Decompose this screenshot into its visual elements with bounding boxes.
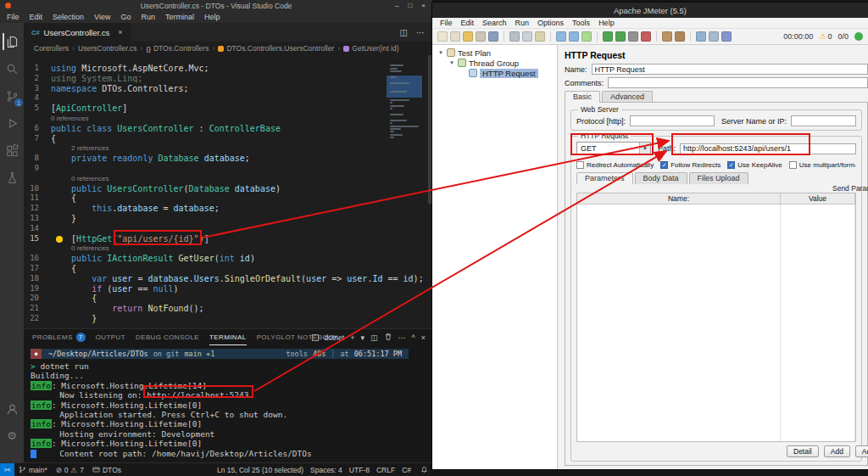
- clear-button[interactable]: [662, 31, 672, 42]
- search-icon[interactable]: [3, 60, 20, 77]
- settings-gear-icon[interactable]: ⚙: [3, 427, 20, 444]
- expand-all-button[interactable]: [556, 31, 566, 42]
- split-editor-icon[interactable]: ◫: [400, 28, 408, 37]
- breadcrumb-item[interactable]: UsersController.cs: [78, 44, 136, 53]
- panel-more-icon[interactable]: ⋯: [398, 333, 406, 342]
- more-actions-icon[interactable]: ⋯: [416, 28, 425, 37]
- paste-button[interactable]: [535, 31, 545, 42]
- kill-terminal-icon[interactable]: [384, 333, 392, 343]
- menu-item-edit[interactable]: Edit: [25, 13, 48, 21]
- jmeter-menu-item-file[interactable]: File: [436, 19, 457, 27]
- tab-files-upload[interactable]: Files Upload: [689, 172, 748, 184]
- param-value-column[interactable]: [781, 204, 855, 441]
- jmeter-menu-item-run[interactable]: Run: [511, 19, 534, 27]
- menu-item-selection[interactable]: Selection: [47, 13, 89, 21]
- close-file-button[interactable]: [476, 31, 486, 42]
- codelens-label[interactable]: 0 references: [51, 174, 108, 184]
- checkbox-use-keepalive[interactable]: ✓Use KeepAlive: [727, 161, 782, 169]
- status-utf-8[interactable]: UTF-8: [346, 466, 373, 474]
- checkbox-follow-redirects[interactable]: ✓Follow Redirects: [660, 161, 721, 169]
- terminal[interactable]: ◆ ~/Desktop/Articles/DTOs on git main +1…: [24, 345, 432, 462]
- account-icon[interactable]: [3, 400, 20, 417]
- jmeter-menu-item-edit[interactable]: Edit: [457, 19, 479, 27]
- run-debug-icon[interactable]: [3, 115, 20, 132]
- checkbox-redirect-automatically[interactable]: Redirect Automatically: [576, 161, 654, 169]
- codelens-label[interactable]: 0 references: [51, 114, 88, 124]
- jmeter-menu-item-search[interactable]: Search: [478, 19, 511, 27]
- open-file-button[interactable]: [463, 31, 473, 42]
- function-helper-button[interactable]: [721, 31, 732, 42]
- log-warnings-counter[interactable]: ⚠ 0: [819, 32, 832, 41]
- protocol-input[interactable]: [630, 115, 715, 126]
- split-terminal-icon[interactable]: ◫: [370, 333, 378, 342]
- tab-close-icon[interactable]: ×: [118, 28, 122, 36]
- shutdown-button[interactable]: [641, 31, 651, 42]
- checkbox-use-multipart-form-data[interactable]: Use multipart/form-data: [789, 161, 856, 169]
- folder-status[interactable]: DTOs: [88, 466, 125, 474]
- code-editor[interactable]: 1using Microsoft.AspNetCore.Mvc;2using S…: [24, 55, 432, 328]
- remote-indicator-icon[interactable]: ><: [0, 463, 14, 476]
- tab-parameters[interactable]: Parameters: [576, 172, 633, 184]
- minimize-icon[interactable]: –: [395, 2, 398, 9]
- codelens-label[interactable]: 2 references: [51, 143, 108, 154]
- menu-item-terminal[interactable]: Terminal: [160, 13, 199, 21]
- server-name-input[interactable]: [791, 115, 856, 126]
- terminal-dropdown-icon[interactable]: ▾: [360, 333, 364, 342]
- clear-all-button[interactable]: [675, 31, 685, 42]
- status-crlf[interactable]: CRLF: [373, 466, 398, 474]
- maximize-icon[interactable]: □: [408, 2, 412, 9]
- stop-button[interactable]: [628, 31, 638, 42]
- breadcrumb-item[interactable]: DTOs.Controllers: [153, 44, 209, 53]
- start-no-timers-button[interactable]: [615, 31, 626, 42]
- jmeter-menu-item-tools[interactable]: Tools: [568, 19, 594, 27]
- start-button[interactable]: [603, 31, 613, 42]
- tab-advanced[interactable]: Advanced: [602, 91, 653, 103]
- tree-expander-icon[interactable]: ▾: [437, 49, 444, 56]
- menu-item-file[interactable]: File: [2, 13, 25, 21]
- path-input[interactable]: [680, 143, 856, 154]
- tree-item-thread-group[interactable]: ▾Thread Group: [432, 58, 557, 68]
- search-reset-button[interactable]: [709, 31, 719, 42]
- save-button[interactable]: [488, 31, 498, 42]
- codelens-label[interactable]: 0 references: [51, 244, 108, 254]
- close-panel-icon[interactable]: ×: [421, 333, 426, 342]
- status-spaces[interactable]: Spaces: 4: [307, 466, 346, 474]
- param-name-column[interactable]: [577, 204, 781, 441]
- column-header-name-[interactable]: Name:: [577, 193, 781, 204]
- tree-item-test-plan[interactable]: ▾Test Plan: [432, 48, 557, 58]
- source-control-icon[interactable]: 1: [3, 87, 20, 104]
- method-select[interactable]: GET ▼: [576, 142, 651, 155]
- menu-item-go[interactable]: Go: [115, 13, 136, 21]
- menu-item-help[interactable]: Help: [199, 13, 225, 21]
- problems-status[interactable]: ⊘ 0 ⚠ 7: [52, 466, 88, 474]
- panel-tab-output[interactable]: OUTPUT: [96, 329, 125, 345]
- panel-tab-problems[interactable]: PROBLEMS7: [32, 329, 86, 345]
- column-header-value[interactable]: Value: [781, 193, 855, 204]
- breadcrumb-item[interactable]: DTOs.Controllers.UsersController: [226, 44, 334, 53]
- template-button[interactable]: [450, 31, 460, 42]
- tab-basic[interactable]: Basic: [565, 91, 600, 103]
- extensions-icon[interactable]: [3, 142, 20, 159]
- panel-tab-terminal[interactable]: TERMINAL: [209, 329, 247, 345]
- terminal-shell-label[interactable]: dotnet: [325, 333, 345, 342]
- copy-button[interactable]: [522, 31, 532, 42]
- menu-item-run[interactable]: Run: [136, 13, 160, 21]
- testing-icon[interactable]: [3, 169, 20, 186]
- new-terminal-icon[interactable]: +: [350, 333, 354, 342]
- new-file-button[interactable]: [437, 31, 448, 42]
- add-from-clipboard-button[interactable]: Add from Clipboard: [855, 445, 868, 457]
- lightbulb-icon[interactable]: [56, 236, 63, 243]
- add-button[interactable]: Add: [824, 445, 850, 457]
- menu-item-view[interactable]: View: [89, 13, 115, 21]
- collapse-all-button[interactable]: [569, 31, 579, 42]
- jmeter-menu-item-help[interactable]: Help: [594, 19, 619, 27]
- panel-tab-debug-console[interactable]: DEBUG CONSOLE: [136, 329, 199, 345]
- notifications-bell-icon[interactable]: [416, 466, 432, 473]
- maximize-panel-icon[interactable]: ^: [412, 333, 415, 342]
- jmeter-menu-item-options[interactable]: Options: [533, 19, 568, 27]
- detail-button[interactable]: Detail: [787, 445, 819, 457]
- tree-item-http-request[interactable]: HTTP Request: [432, 68, 557, 78]
- git-branch-status[interactable]: main*: [14, 466, 52, 474]
- breadcrumb-item[interactable]: GetUser(int id): [352, 44, 398, 53]
- tab-userscontroller[interactable]: C# UsersController.cs ×: [24, 23, 131, 42]
